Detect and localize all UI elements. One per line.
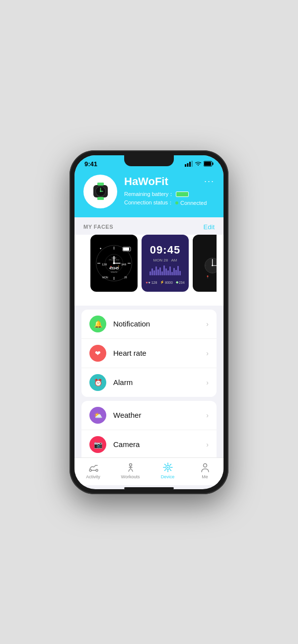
- heart-rate-chevron: ›: [206, 349, 209, 357]
- svg-text:📍: 📍: [206, 275, 210, 279]
- svg-point-57: [96, 469, 98, 471]
- watch-image: [89, 180, 112, 202]
- workouts-nav-label: Workouts: [121, 474, 140, 479]
- face-card-classic[interactable]: 500 ● 60 55 50 45 40 35 30 60: [193, 235, 217, 292]
- notification-icon: 🔔: [89, 316, 106, 332]
- svg-rect-5: [213, 163, 214, 165]
- watch-avatar: [83, 175, 117, 208]
- me-nav-label: Me: [202, 474, 208, 479]
- workouts-nav-icon: [125, 462, 136, 473]
- battery-indicator: [176, 192, 189, 197]
- classic-watch-face: 500 ● 60 55 50 45 40 35 30 60: [197, 243, 217, 283]
- signal-icon: [185, 161, 193, 167]
- me-nav-icon: [200, 462, 211, 473]
- digital-stat-cal: ◆ 234: [176, 280, 185, 284]
- scroll-content[interactable]: MY FACES Edit: [74, 217, 224, 457]
- menu-item-heart-rate[interactable]: ❤ Heart rate ›: [81, 339, 217, 368]
- battery-row: Remaining battery：: [124, 191, 215, 198]
- connection-row: Connection status： Connected: [124, 199, 215, 206]
- menu-item-weather[interactable]: ⛅ Weather ›: [81, 401, 217, 430]
- svg-rect-3: [192, 161, 193, 167]
- menu-item-alarm[interactable]: ⏰ Alarm ›: [81, 368, 217, 397]
- menu-item-notification[interactable]: 🔔 Notification ›: [81, 310, 217, 339]
- header-info: HaWoFit Remaining battery： Connection st…: [124, 175, 215, 207]
- more-options-button[interactable]: ···: [204, 176, 215, 187]
- wifi-icon: [195, 161, 202, 167]
- alarm-icon: ⏰: [89, 374, 106, 391]
- svg-point-11: [100, 191, 101, 192]
- svg-text:♥: ♥: [110, 265, 112, 268]
- edit-button[interactable]: Edit: [204, 223, 215, 231]
- svg-text:128: 128: [102, 263, 107, 266]
- camera-chevron: ›: [206, 441, 209, 449]
- phone-frame: 9:41: [70, 150, 228, 494]
- nav-item-device[interactable]: Device: [149, 462, 186, 479]
- faces-label: MY FACES: [83, 224, 113, 230]
- svg-text:Official Certified: Official Certified: [109, 259, 119, 261]
- digital-stats: ♥ ♥ 128 ⚡ 8000 ◆ 234: [146, 280, 184, 284]
- nav-item-me[interactable]: Me: [186, 462, 224, 479]
- faces-carousel[interactable]: 45345 STEPS 128 348 ✦ MON: [81, 235, 217, 299]
- svg-text:MON: MON: [102, 276, 108, 279]
- svg-rect-2: [189, 162, 191, 167]
- svg-rect-6: [204, 162, 211, 166]
- nav-item-workouts[interactable]: Workouts: [112, 462, 149, 479]
- svg-text:🚶: 🚶: [117, 265, 121, 268]
- app-title: HaWoFit: [124, 175, 215, 188]
- svg-rect-29: [123, 248, 129, 251]
- face-card-digital[interactable]: 09:45 MON 28 AM: [142, 235, 189, 292]
- svg-point-50: [212, 265, 213, 266]
- notification-label: Notification: [113, 320, 206, 328]
- connected-dot: [175, 201, 178, 204]
- menu-group-2: ⛅ Weather › 📷 Camera › 🧘 Stress: [81, 401, 217, 457]
- analog-watch-face: 45345 STEPS 128 348 ✦ MON: [95, 245, 133, 282]
- digital-bars: [149, 265, 181, 275]
- svg-rect-13: [97, 197, 104, 200]
- digital-face-date: MON 28 AM: [153, 258, 177, 262]
- svg-rect-12: [97, 183, 104, 186]
- digital-stat-steps: ⚡ 8000: [160, 280, 173, 284]
- device-nav-label: Device: [161, 474, 175, 479]
- svg-point-56: [89, 469, 91, 471]
- notch: [124, 155, 174, 166]
- face-card-analog[interactable]: 45345 STEPS 128 348 ✦ MON: [90, 235, 138, 292]
- menu-item-camera[interactable]: 📷 Camera ›: [81, 430, 217, 457]
- svg-text:348: 348: [121, 263, 127, 266]
- phone-screen: 9:41: [74, 155, 224, 489]
- svg-rect-1: [187, 163, 189, 167]
- heart-rate-icon: ❤: [89, 345, 106, 362]
- weather-chevron: ›: [206, 411, 209, 419]
- activity-nav-label: Activity: [86, 474, 100, 479]
- svg-text:28: 28: [124, 276, 127, 279]
- nav-item-activity[interactable]: Activity: [74, 462, 112, 479]
- activity-nav-icon: [88, 462, 99, 473]
- camera-icon: 📷: [89, 436, 106, 453]
- home-indicator: [124, 487, 174, 489]
- status-time: 9:41: [84, 160, 97, 168]
- battery-status-icon: [204, 161, 214, 167]
- weather-icon: ⛅: [89, 407, 106, 424]
- svg-rect-0: [185, 164, 186, 167]
- header-top: HaWoFit Remaining battery： Connection st…: [83, 175, 215, 208]
- svg-point-22: [113, 262, 115, 264]
- alarm-label: Alarm: [113, 378, 206, 386]
- menu-group-1: 🔔 Notification › ❤ Heart rate › ⏰: [81, 310, 217, 397]
- alarm-chevron: ›: [206, 379, 209, 386]
- digital-stat-heart: ♥ ♥ 128: [146, 280, 157, 284]
- svg-text:STEPS: STEPS: [111, 271, 117, 273]
- bottom-nav: Activity Workouts Device: [74, 457, 224, 485]
- device-nav-icon: [162, 462, 173, 473]
- faces-section-header: MY FACES Edit: [74, 217, 224, 235]
- weather-label: Weather: [113, 411, 206, 419]
- svg-text:✦: ✦: [99, 247, 102, 250]
- header: HaWoFit Remaining battery： Connection st…: [74, 170, 224, 217]
- svg-point-62: [203, 463, 207, 467]
- heart-rate-label: Heart rate: [113, 349, 206, 357]
- camera-label: Camera: [113, 440, 206, 449]
- notification-chevron: ›: [206, 320, 209, 328]
- status-icons: [185, 161, 214, 167]
- svg-point-61: [167, 466, 168, 468]
- digital-face-time: 09:45: [150, 244, 180, 257]
